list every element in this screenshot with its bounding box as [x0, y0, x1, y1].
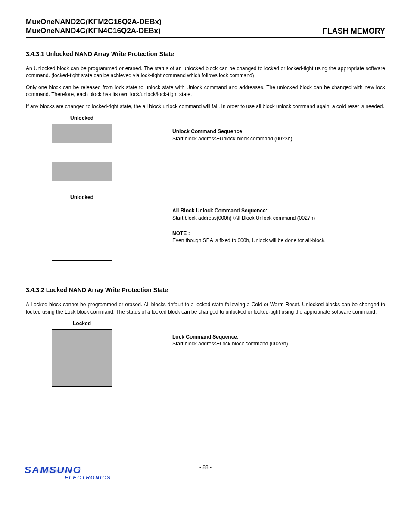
diagram-unlock-single: Unlocked: [26, 115, 138, 181]
block-segment-locked: [52, 162, 112, 181]
diagram-label-2: Unlocked: [26, 194, 138, 200]
block-stack-3: [52, 329, 112, 387]
block-segment-locked: [52, 348, 112, 367]
diagram-label-3: Locked: [26, 320, 138, 327]
section-heading-1: 3.4.3.1 Unlocked NAND Array Write Protec…: [26, 50, 385, 57]
note-body: Even though SBA is fixed to 000h, Unlock…: [172, 237, 385, 244]
figure-unlock-single: Unlocked Unlock Command Sequence: Start …: [26, 115, 385, 181]
figure-unlock-all: Unlocked All Block Unlock Command Sequen…: [26, 194, 385, 261]
allunlock-seq-title: All Block Unlock Command Sequence:: [172, 207, 385, 214]
unlock-seq-body: Start block address+Unlock block command…: [172, 135, 385, 142]
allunlock-seq-body: Start block address(000h)+All Block Unlo…: [172, 215, 385, 221]
section1-para1: An Unlocked block can be programmed or e…: [26, 65, 385, 79]
block-segment-unlocked: [52, 203, 112, 222]
diagram-unlock-all: Unlocked: [26, 194, 138, 261]
block-segment-locked: [52, 124, 112, 143]
unlock-seq-title: Unlock Command Sequence:: [172, 128, 385, 135]
samsung-logo: SAMSUNG ELECTRONICS: [26, 464, 111, 481]
section-heading-2: 3.4.3.2 Locked NAND Array Write Protecti…: [26, 286, 385, 293]
block-segment-locked: [52, 367, 112, 386]
page-number: - 88 -: [199, 464, 212, 470]
diagram-label-1: Unlocked: [26, 115, 138, 121]
lock-seq-title: Lock Command Sequence:: [172, 333, 385, 340]
block-segment-unlocked: [52, 241, 112, 260]
block-segment-locked: [52, 330, 112, 348]
electronics-word: ELECTRONICS: [65, 475, 111, 481]
page-footer: SAMSUNG ELECTRONICS - 88 -: [26, 464, 385, 470]
section2-para1: A Locked block cannot be programmed or e…: [26, 301, 385, 315]
block-segment-unlocked: [52, 143, 112, 162]
figure-lock: Locked Lock Command Sequence: Start bloc…: [26, 320, 385, 387]
lock-seq-body: Start block address+Lock block command (…: [172, 340, 385, 347]
product-line-2: MuxOneNAND4G(KFN4G16Q2A-DEBx): [26, 26, 162, 35]
header-left: MuxOneNAND2G(KFM2G16Q2A-DEBx) MuxOneNAND…: [26, 17, 162, 36]
block-stack-1: [52, 124, 112, 181]
figure-text-3: Lock Command Sequence: Start block addre…: [172, 320, 385, 347]
section1-para2: Only one block can be released from lock…: [26, 84, 385, 98]
block-segment-unlocked: [52, 222, 112, 241]
figure-text-1: Unlock Command Sequence: Start block add…: [172, 115, 385, 142]
block-stack-2: [52, 203, 112, 261]
diagram-lock: Locked: [26, 320, 138, 387]
figure-text-2: All Block Unlock Command Sequence: Start…: [172, 194, 385, 244]
product-line-1: MuxOneNAND2G(KFM2G16Q2A-DEBx): [26, 17, 162, 26]
page-header: MuxOneNAND2G(KFM2G16Q2A-DEBx) MuxOneNAND…: [26, 17, 385, 38]
samsung-wordmark: SAMSUNG: [25, 464, 82, 476]
section1-para3: If any blocks are changed to locked-tigh…: [26, 103, 385, 110]
header-right: FLASH MEMORY: [323, 27, 385, 36]
note-label: NOTE :: [172, 230, 385, 237]
